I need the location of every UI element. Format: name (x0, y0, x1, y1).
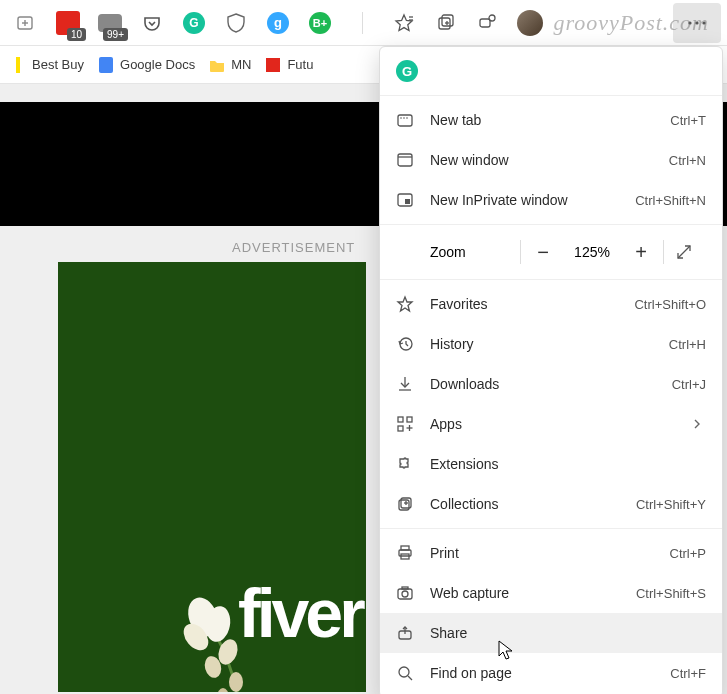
pocket-icon[interactable] (132, 3, 172, 43)
menu-label: New tab (430, 112, 654, 128)
zoom-in-button[interactable]: + (619, 232, 663, 272)
menu-history[interactable]: History Ctrl+H (380, 324, 722, 364)
menu-separator (380, 95, 722, 96)
bookmark-favicon (98, 57, 114, 73)
menu-new-window[interactable]: New window Ctrl+N (380, 140, 722, 180)
svg-rect-36 (407, 417, 412, 422)
ext-badge: 10 (67, 28, 86, 41)
svg-rect-35 (398, 417, 403, 422)
svg-rect-49 (402, 587, 408, 589)
svg-point-23 (400, 117, 402, 119)
history-icon (396, 335, 414, 353)
ublock-icon[interactable] (216, 3, 256, 43)
bookmark-item[interactable]: Best Buy (10, 57, 84, 73)
inprivate-icon (396, 191, 414, 209)
bookmark-label: Best Buy (32, 57, 84, 72)
menu-shortcut: Ctrl+Shift+N (635, 193, 706, 208)
chevron-right-icon (688, 415, 706, 433)
menu-print[interactable]: Print Ctrl+P (380, 533, 722, 573)
menu-shortcut: Ctrl+N (669, 153, 706, 168)
toolbar-divider (342, 3, 382, 43)
fullscreen-button[interactable] (664, 244, 704, 260)
svg-point-20 (229, 672, 243, 692)
menu-label: New window (430, 152, 653, 168)
print-icon (396, 544, 414, 562)
menu-find[interactable]: Find on page Ctrl+F (380, 653, 722, 693)
menu-inprivate[interactable]: New InPrivate window Ctrl+Shift+N (380, 180, 722, 220)
ad-label: ADVERTISEMENT (232, 240, 355, 255)
svg-marker-31 (398, 297, 412, 311)
profile-avatar[interactable] (510, 3, 550, 43)
advertisement[interactable]: fiver (58, 262, 366, 692)
zoom-out-button[interactable]: − (521, 232, 565, 272)
zoom-row: Zoom − 125% + (380, 229, 722, 275)
grammarly-icon[interactable]: G (174, 3, 214, 43)
download-icon (396, 375, 414, 393)
menu-favorites[interactable]: Favorites Ctrl+Shift+O (380, 284, 722, 324)
svg-point-11 (489, 15, 495, 21)
ext-red-icon[interactable]: 10 (48, 3, 88, 43)
ext-counter-icon[interactable]: 99+ (90, 3, 130, 43)
menu-header: G (380, 51, 722, 91)
menu-label: Extensions (430, 456, 706, 472)
bookmark-favicon (10, 57, 26, 73)
svg-point-24 (403, 117, 405, 119)
collections-icon[interactable] (426, 3, 466, 43)
menu-downloads[interactable]: Downloads Ctrl+J (380, 364, 722, 404)
ad-brand-logo: fiver (238, 574, 362, 652)
menu-label: Share (430, 625, 706, 641)
bookmark-label: Futu (287, 57, 313, 72)
menu-separator (380, 224, 722, 225)
svg-point-21 (217, 688, 229, 692)
ext-badge: 99+ (103, 28, 128, 41)
menu-shortcut: Ctrl+F (670, 666, 706, 681)
menu-new-tab[interactable]: New tab Ctrl+T (380, 100, 722, 140)
svg-rect-29 (405, 199, 410, 204)
menu-label: Find on page (430, 665, 654, 681)
bookmark-label: Google Docs (120, 57, 195, 72)
svg-point-52 (399, 667, 409, 677)
search-icon (396, 664, 414, 682)
new-tab-button[interactable] (6, 3, 46, 43)
menu-apps[interactable]: Apps (380, 404, 722, 444)
menu-label: New InPrivate window (430, 192, 619, 208)
menu-label: Apps (430, 416, 672, 432)
star-icon (396, 295, 414, 313)
menu-shortcut: Ctrl+Shift+Y (636, 497, 706, 512)
menu-extensions[interactable]: Extensions (380, 444, 722, 484)
menu-label: Print (430, 545, 654, 561)
bookmark-item[interactable]: Futu (265, 57, 313, 73)
new-tab-icon (396, 111, 414, 129)
favorites-icon[interactable] (384, 3, 424, 43)
bookmark-item[interactable]: MN (209, 57, 251, 73)
share-icon (396, 624, 414, 642)
menu-label: Web capture (430, 585, 620, 601)
svg-rect-37 (398, 426, 403, 431)
menu-shortcut: Ctrl+P (670, 546, 706, 561)
zoom-value: 125% (565, 244, 619, 260)
menu-web-capture[interactable]: Web capture Ctrl+Shift+S (380, 573, 722, 613)
extensions-icon (396, 455, 414, 473)
menu-share[interactable]: Share (380, 613, 722, 653)
menu-collections[interactable]: Collections Ctrl+Shift+Y (380, 484, 722, 524)
svg-rect-10 (480, 19, 490, 27)
camera-icon (396, 584, 414, 602)
watermark: groovyPost.com (553, 10, 709, 36)
settings-menu: G New tab Ctrl+T New window Ctrl+N New I… (379, 46, 723, 694)
svg-line-53 (408, 676, 412, 680)
svg-line-30 (678, 246, 690, 258)
bookmark-favicon (265, 57, 281, 73)
svg-rect-22 (398, 115, 412, 126)
chat-icon[interactable] (468, 3, 508, 43)
menu-label: Favorites (430, 296, 618, 312)
bookmark-item[interactable]: Google Docs (98, 57, 195, 73)
menu-label: Collections (430, 496, 620, 512)
ext-blue-g-icon[interactable]: g (258, 3, 298, 43)
menu-label: History (430, 336, 653, 352)
ext-green-bplus-icon[interactable]: B+ (300, 3, 340, 43)
menu-shortcut: Ctrl+T (670, 113, 706, 128)
grammarly-icon: G (396, 60, 418, 82)
svg-point-48 (402, 591, 408, 597)
zoom-label: Zoom (430, 244, 520, 260)
collections-icon (396, 495, 414, 513)
